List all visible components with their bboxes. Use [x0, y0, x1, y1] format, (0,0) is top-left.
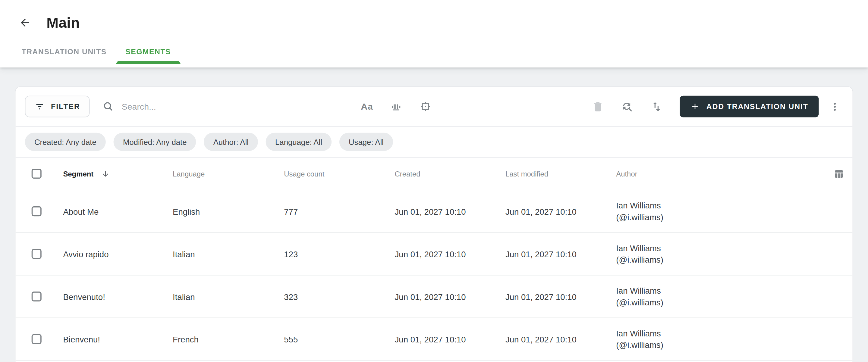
main-content: FILTER Aa	[0, 67, 868, 362]
row-checkbox[interactable]	[32, 334, 41, 344]
cell-last-modified: Jun 01, 2027 10:10	[505, 292, 616, 301]
back-button[interactable]	[17, 15, 33, 30]
cell-last-modified: Jun 01, 2027 10:10	[505, 334, 616, 343]
cell-last-modified: Jun 01, 2027 10:10	[505, 207, 616, 216]
find-replace-icon[interactable]	[621, 100, 634, 113]
filter-button-label: FILTER	[51, 102, 80, 111]
cell-segment: About Me	[63, 207, 173, 216]
cell-segment: Avvio rapido	[63, 249, 173, 258]
arrow-back-icon	[19, 17, 31, 29]
filter-button[interactable]: FILTER	[25, 96, 90, 118]
app-window: Main TRANSLATION UNITS SEGMENTS FILTER	[0, 0, 868, 362]
column-header-usage-count[interactable]: Usage count	[284, 170, 395, 178]
delete-icon[interactable]	[591, 100, 604, 113]
cell-created: Jun 01, 2027 10:10	[395, 334, 505, 343]
search-icon	[102, 101, 114, 112]
cell-author: Ian Williams (@i.williams)	[616, 199, 810, 223]
chip-created[interactable]: Created: Any date	[25, 133, 106, 151]
add-translation-unit-label: ADD TRANSLATION UNIT	[707, 102, 808, 111]
select-all-checkbox[interactable]	[32, 169, 41, 178]
add-translation-unit-button[interactable]: ADD TRANSLATION UNIT	[680, 96, 819, 118]
search-input[interactable]	[121, 101, 341, 112]
match-case-icon[interactable]: Aa	[360, 100, 373, 113]
cell-segment: Bienvenu!	[63, 334, 173, 343]
tab-segments[interactable]: SEGMENTS	[116, 39, 180, 64]
cell-usage-count: 555	[284, 334, 395, 343]
cell-language: Italian	[173, 249, 284, 258]
page-title: Main	[46, 14, 80, 31]
column-header-segment[interactable]: Segment	[63, 170, 173, 178]
filter-chips-row: Created: Any date Modified: Any date Aut…	[16, 127, 852, 158]
row-checkbox[interactable]	[32, 249, 41, 259]
match-regex-icon[interactable]	[419, 100, 432, 113]
cell-author: Ian Williams (@i.williams)	[616, 242, 810, 266]
cell-last-modified: Jun 01, 2027 10:10	[505, 249, 616, 258]
toolbar: FILTER Aa	[16, 87, 852, 127]
table-row[interactable]: Avvio rapido Italian 123 Jun 01, 2027 10…	[16, 233, 852, 275]
cell-author: Ian Williams (@i.williams)	[616, 327, 810, 351]
filter-icon	[34, 101, 45, 112]
segments-card: FILTER Aa	[15, 87, 853, 362]
cell-usage-count: 323	[284, 292, 395, 301]
column-header-language[interactable]: Language	[173, 170, 284, 178]
more-options-icon[interactable]	[828, 100, 841, 113]
chip-language[interactable]: Language: All	[266, 133, 332, 151]
column-header-last-modified[interactable]: Last modified	[505, 170, 616, 178]
row-checkbox[interactable]	[32, 292, 41, 301]
search-box	[102, 101, 341, 112]
page-header: Main TRANSLATION UNITS SEGMENTS	[0, 0, 868, 67]
cell-language: French	[173, 334, 284, 343]
tab-translation-units[interactable]: TRANSLATION UNITS	[12, 39, 116, 64]
column-header-created[interactable]: Created	[395, 170, 505, 178]
table-row[interactable]: Bienvenu! French 555 Jun 01, 2027 10:10 …	[16, 318, 852, 361]
cell-usage-count: 123	[284, 249, 395, 258]
cell-language: English	[173, 207, 284, 216]
row-checkbox[interactable]	[32, 206, 41, 216]
table-row[interactable]: Benvenuto! Italian 323 Jun 01, 2027 10:1…	[16, 275, 852, 318]
cell-created: Jun 01, 2027 10:10	[395, 249, 505, 258]
tab-bar: TRANSLATION UNITS SEGMENTS	[0, 39, 868, 64]
column-header-author[interactable]: Author	[616, 170, 810, 178]
cell-created: Jun 01, 2027 10:10	[395, 292, 505, 301]
sort-descending-icon	[101, 170, 110, 178]
chip-usage[interactable]: Usage: All	[339, 133, 393, 151]
sort-icon[interactable]	[650, 100, 663, 113]
table-header: Segment Language Usage count Created Las…	[16, 158, 852, 190]
table-action-icons	[591, 100, 663, 113]
cell-segment: Benvenuto!	[63, 292, 173, 301]
search-option-icons: Aa	[360, 100, 432, 113]
table-row[interactable]: About Me English 777 Jun 01, 2027 10:10 …	[16, 190, 852, 233]
column-settings-icon[interactable]	[832, 167, 845, 180]
cell-created: Jun 01, 2027 10:10	[395, 207, 505, 216]
cell-usage-count: 777	[284, 207, 395, 216]
match-whole-word-icon[interactable]	[390, 100, 403, 113]
cell-author: Ian Williams (@i.williams)	[616, 285, 810, 308]
cell-language: Italian	[173, 292, 284, 301]
plus-icon	[690, 102, 700, 111]
chip-modified[interactable]: Modified: Any date	[114, 133, 196, 151]
chip-author[interactable]: Author: All	[204, 133, 258, 151]
